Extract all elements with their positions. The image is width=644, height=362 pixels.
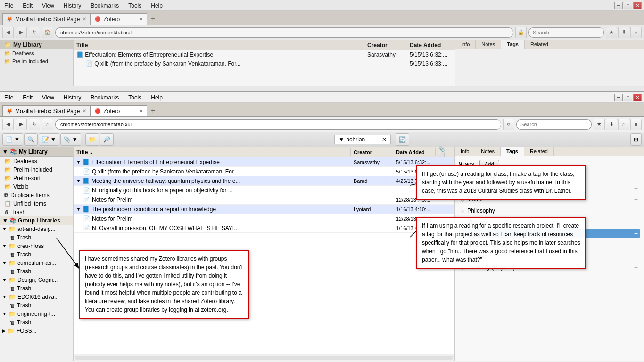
maximize-btn[interactable]: □ — [624, 94, 632, 101]
search-input[interactable] — [516, 119, 592, 130]
sidebar-item-unfiled[interactable]: 📋 Unfiled Items — [0, 199, 73, 208]
back-btn[interactable]: ◀ — [2, 119, 14, 130]
sidebar-item-vizbib[interactable]: 📂 Vizbib — [0, 182, 73, 191]
menu-bookmarks-top[interactable]: Bookmarks — [89, 1, 121, 10]
tag-delete-relativity[interactable]: − — [634, 263, 638, 271]
tab-zotero[interactable]: 🔴 Zotero ✕ — [91, 105, 147, 116]
new-note-btn[interactable]: 📝 ▼ — [39, 133, 59, 146]
add-identifier-btn[interactable]: 🔍 — [24, 133, 38, 146]
col-title[interactable]: Title ▲ — [74, 148, 351, 156]
my-library-header[interactable]: ▼ 📚 My Library — [0, 147, 73, 157]
tag-delete-quantum[interactable]: − — [634, 241, 638, 248]
tag-item-philosophy[interactable]: ◇ Philosophy − — [459, 206, 640, 215]
home-icon2-top[interactable]: ⌂ — [630, 27, 642, 38]
locate-btn[interactable]: 🔎 — [100, 133, 114, 146]
minimize-btn-top[interactable]: ─ — [614, 2, 623, 9]
bookmarks-icon-top[interactable]: ★ — [606, 27, 617, 38]
sidebar-item-creu[interactable]: ▼ 📁 creu-hfoss — [0, 242, 73, 250]
tab-close-firefox-top[interactable]: ✕ — [83, 16, 86, 22]
tab-zotero-top[interactable]: 🔴 Zotero ✕ — [91, 13, 147, 25]
forward-btn-top[interactable]: ▶ — [16, 27, 27, 38]
group-libraries-header[interactable]: ▼ 📚 Group Libraries — [0, 216, 73, 225]
sidebar-item-trash-engineering[interactable]: 🗑 Trash — [0, 318, 73, 327]
col-date[interactable]: Date Added — [393, 148, 436, 156]
tag-delete-cultural-lather[interactable]: − — [634, 173, 638, 181]
new-collection-btn[interactable]: 📁 — [85, 133, 99, 146]
item-row-meeting-child2[interactable]: 📄 Notes for Prelim 12/28/13 7:5:... — [74, 195, 454, 205]
menu-tools[interactable]: Tools — [126, 93, 143, 102]
sidebar-item-prelim-sort[interactable]: 📂 Prelim-sort — [0, 174, 73, 182]
address-input[interactable] — [55, 119, 501, 130]
tab-close-zotero[interactable]: ✕ — [139, 108, 143, 114]
home-icon2[interactable]: ⌂ — [618, 119, 629, 130]
tab-tags[interactable]: Tags — [501, 147, 524, 156]
sidebar-item-trash-my[interactable]: 🗑 Trash — [0, 208, 73, 216]
forward-btn[interactable]: ▶ — [16, 119, 27, 130]
menu-help-top[interactable]: Help — [149, 1, 165, 10]
tag-delete-realism[interactable]: − — [634, 252, 638, 260]
menu-history[interactable]: History — [62, 93, 83, 102]
menu-view-top[interactable]: View — [40, 1, 56, 10]
tab-related[interactable]: Related — [524, 147, 554, 156]
sidebar-item-prelim-included[interactable]: 📂 Prelim-included — [0, 165, 73, 174]
item-row-postmodern-child1[interactable]: 📄 Notes for Prelim 12/28/13 10:... — [74, 214, 454, 223]
item-row-postmodern-child2[interactable]: 📄 N: Overall impression: OH MY GOSH WHAT… — [74, 223, 454, 233]
new-item-btn[interactable]: 📄 ▼ — [2, 133, 23, 146]
sidebar-item-trash-design[interactable]: 🗑 Trash — [0, 284, 73, 293]
tag-delete-prelimdoc[interactable]: − — [634, 230, 638, 237]
tag-delete-philosophy[interactable]: − — [634, 207, 638, 214]
menu-file-top[interactable]: File — [2, 1, 15, 10]
item-row-meeting-child1[interactable]: 📄 N: originally got this book for a pape… — [74, 186, 454, 195]
sidebar-item-design[interactable]: ▼ 📁 Design, Cogni... — [0, 276, 73, 284]
expand-effectuation[interactable]: ▼ — [76, 160, 81, 165]
sidebar-item-curriculum[interactable]: ▼ 📁 curriculum-as... — [0, 259, 73, 267]
tab-close-zotero-top[interactable]: ✕ — [139, 16, 143, 22]
new-tab-btn-top[interactable]: + — [147, 13, 158, 25]
sidebar-item-trash-art[interactable]: 🗑 Trash — [0, 233, 73, 242]
expand-postmodern[interactable]: ▼ — [76, 207, 81, 212]
layout-btn[interactable]: ⊞ — [630, 133, 642, 146]
home-btn[interactable]: ⌂ — [42, 119, 53, 130]
attach-file-btn[interactable]: 📎 ▼ — [60, 133, 81, 146]
sidebar-item-art[interactable]: ▼ 📁 art-and-desig... — [0, 225, 73, 233]
maximize-btn-top[interactable]: □ — [624, 2, 632, 9]
download-icon-top[interactable]: ⬇ — [618, 27, 629, 38]
menu-view[interactable]: View — [40, 93, 56, 102]
close-btn[interactable]: ✕ — [633, 94, 642, 101]
item-row-postmodern[interactable]: ▼ 📘 The postmodern condition: a report o… — [74, 205, 454, 214]
item-row-effectuation[interactable]: ▼ 📘 Effectuation: Elements of Entreprene… — [74, 157, 454, 167]
menu-tools-top[interactable]: Tools — [126, 1, 143, 10]
sidebar-item-duplicate[interactable]: ⧉ Duplicate Items — [0, 191, 73, 199]
tab-info[interactable]: Info — [455, 147, 475, 156]
bookmark-icon[interactable]: ⬇ — [606, 119, 617, 130]
refresh-btn[interactable]: ↻ — [29, 119, 40, 130]
menu-edit[interactable]: Edit — [21, 93, 34, 102]
tag-delete-physics[interactable]: − — [634, 218, 638, 226]
minimize-btn[interactable]: ─ — [614, 94, 623, 101]
menu-file[interactable]: File — [2, 93, 15, 102]
col-creator[interactable]: Creator — [351, 148, 393, 156]
expand-meeting[interactable]: ▼ — [76, 179, 81, 183]
tab-notes[interactable]: Notes — [475, 147, 501, 156]
refresh-small[interactable]: ↻ — [503, 119, 514, 130]
new-tab-btn[interactable]: + — [147, 105, 158, 116]
firefox-menu-icon[interactable]: ≡ — [630, 119, 642, 130]
home-btn-top[interactable]: 🏠 — [42, 27, 53, 38]
menu-bookmarks[interactable]: Bookmarks — [89, 93, 121, 102]
items-scrollbar[interactable] — [74, 354, 454, 361]
sidebar-item-foss[interactable]: ▶ 📁 FOSS... — [0, 327, 73, 335]
sidebar-item-trash-edci[interactable]: 🗑 Trash — [0, 301, 73, 310]
menu-edit-top[interactable]: Edit — [21, 1, 34, 10]
collection-close[interactable]: ✕ — [382, 136, 387, 143]
sidebar-item-engineering[interactable]: ▼ 📁 engineering-t... — [0, 310, 73, 318]
tag-delete-matter[interactable]: − — [634, 196, 638, 203]
menu-history-top[interactable]: History — [62, 1, 83, 10]
sync-btn[interactable]: 🔄 — [396, 133, 409, 146]
close-btn-top[interactable]: ✕ — [633, 2, 642, 9]
sidebar-item-trash-creu[interactable]: 🗑 Trash — [0, 250, 73, 259]
star-icon[interactable]: ★ — [594, 119, 605, 130]
item-row-effectuation-child[interactable]: 📄 Q xiii: (from the preface by Sankaran … — [74, 167, 454, 176]
sidebar-item-trash-curriculum[interactable]: 🗑 Trash — [0, 267, 73, 276]
sidebar-item-deafness[interactable]: 📂 Deafness — [0, 157, 73, 165]
tab-firefox[interactable]: 🦊 Mozilla Firefox Start Page ✕ — [2, 105, 91, 116]
